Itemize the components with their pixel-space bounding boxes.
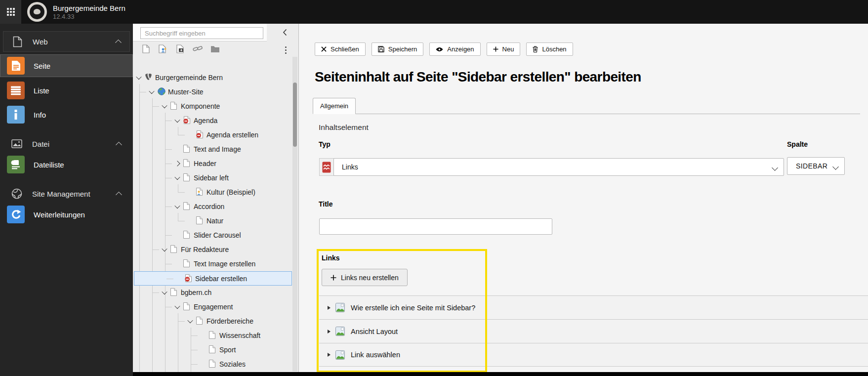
tree-chevron-right-icon[interactable] <box>174 161 180 166</box>
speichern-button[interactable]: Speichern <box>372 42 424 56</box>
tree-node-text-and-image[interactable]: Text and Image <box>133 142 292 157</box>
tree-node-muster-site[interactable]: Muster-Site <box>133 85 292 99</box>
docheader-buttons: SchließenSpeichernAnzeigenNeuLöschen <box>315 42 573 56</box>
section-heading: Inhaltselement <box>319 123 369 132</box>
tree-chevron-down-icon[interactable] <box>174 174 180 180</box>
document-outline-icon <box>11 36 24 47</box>
new-folder-icon[interactable] <box>209 43 221 54</box>
title-field-label: Title <box>319 200 333 208</box>
page-icon <box>196 317 203 326</box>
tree-node-agenda[interactable]: Agenda <box>133 114 292 128</box>
schlie-en-button[interactable]: Schließen <box>315 42 366 56</box>
tree-node-slider-carousel[interactable]: Slider Carousel <box>133 228 292 243</box>
sidebar-group-label: Web <box>33 38 48 46</box>
title-input[interactable] <box>319 218 552 235</box>
tree-node-label: Burgergemeinde Bern <box>155 71 223 84</box>
tree-node-label: Sport <box>219 343 236 357</box>
tree-node-kultur-beispiel[interactable]: Kultur (Beispiel) <box>133 185 292 200</box>
l-schen-button[interactable]: Löschen <box>526 42 573 56</box>
page-restricted-icon <box>196 130 203 140</box>
tree-chevron-down-icon[interactable] <box>174 303 180 309</box>
sidebar-item-weiterleitungen[interactable]: Weiterleitungen <box>0 204 133 225</box>
caret-right-icon[interactable] <box>328 306 331 310</box>
tree-node-label: Text Image erstellen <box>194 257 255 271</box>
tree-node-sidebar-left[interactable]: Sidebar left <box>133 171 292 185</box>
tree-node-soziales[interactable]: Soziales <box>133 357 292 372</box>
sidebar-item-liste[interactable]: Liste <box>0 80 133 101</box>
tree-guide-stub <box>165 149 172 150</box>
tab-allgemein[interactable]: Allgemein <box>313 98 356 114</box>
page-icon <box>183 145 190 154</box>
tree-node-f-r-redakteure[interactable]: Für Redakteure <box>133 243 292 257</box>
new-link-icon[interactable] <box>192 43 204 54</box>
sidebar-group-datei[interactable]: Datei <box>3 136 130 151</box>
page-title: Seiteninhalt auf Seite "Sidebar erstelle… <box>315 69 641 85</box>
sidebar-group-label: Datei <box>32 140 49 148</box>
tree-node-bgbern-ch[interactable]: bgbern.ch <box>133 286 292 300</box>
tree-chevron-down-icon[interactable] <box>162 103 167 108</box>
new-page-icon[interactable] <box>140 43 152 54</box>
caret-right-icon[interactable] <box>328 353 331 357</box>
typ-row: Links <box>319 158 784 176</box>
button-label: Neu <box>502 45 514 53</box>
page-tree: Burgergemeinde BernMuster-SiteKomponente… <box>133 57 299 376</box>
tree-node-sport[interactable]: Sport <box>133 343 292 357</box>
tree-scrollbar-thumb[interactable] <box>293 83 297 147</box>
new-mountpoint-page-icon[interactable] <box>174 43 186 54</box>
tree-guide-stub <box>178 221 185 221</box>
tree-search-input[interactable] <box>140 27 263 39</box>
burgergemeinde-seal-logo[interactable] <box>27 2 47 22</box>
neu-button[interactable]: Neu <box>487 42 521 56</box>
tree-node-label: Wissenschaft <box>219 329 260 342</box>
page-restricted-icon <box>183 116 190 125</box>
modules-menu-button[interactable] <box>0 0 21 24</box>
tree-node-sidebar-erstellen[interactable]: Sidebar erstellen <box>134 271 292 286</box>
tree-node-accordion[interactable]: Accordion <box>133 200 292 214</box>
sidebar-item-dateiliste[interactable]: Dateiliste <box>0 154 133 175</box>
image-content-icon <box>335 327 345 336</box>
tree-chevron-down-icon[interactable] <box>136 74 141 80</box>
tree-guide-stub <box>165 164 172 164</box>
link-item-ansicht-layout[interactable]: Ansicht Layout <box>319 319 868 343</box>
tree-chevron-down-icon[interactable] <box>187 318 193 323</box>
pagetree-panel: Burgergemeinde BernMuster-SiteKomponente… <box>133 24 299 376</box>
tree-node-header[interactable]: Header <box>133 157 292 171</box>
button-label: Anzeigen <box>447 45 474 53</box>
redirects-module-icon <box>7 206 25 223</box>
tree-node-natur[interactable]: Natur <box>133 214 292 228</box>
new-shortcut-page-icon[interactable] <box>157 43 169 54</box>
collapse-pagetree-button[interactable] <box>279 28 290 39</box>
tree-node-engagement[interactable]: Engagement <box>133 300 292 314</box>
page-icon <box>183 173 190 183</box>
tree-chevron-down-icon[interactable] <box>162 246 167 251</box>
page-user-icon <box>196 188 203 197</box>
sidebar-item-info[interactable]: Info <box>0 104 133 125</box>
page-module-icon <box>7 57 25 75</box>
tree-chevron-down-icon[interactable] <box>162 289 167 294</box>
tree-node-wissenschaft[interactable]: Wissenschaft <box>133 329 292 343</box>
kebab-menu-icon[interactable] <box>281 43 290 56</box>
tree-chevron-down-icon[interactable] <box>174 203 180 209</box>
create-links-button[interactable]: Links neu erstellen <box>322 269 408 286</box>
page-icon <box>209 345 215 355</box>
sidebar-group-site-management[interactable]: Site Management <box>3 186 130 201</box>
tree-node-agenda-erstellen[interactable]: Agenda erstellen <box>133 128 292 142</box>
sidebar-group-web[interactable]: Web <box>3 31 130 52</box>
tree-node-label: Soziales <box>219 357 246 371</box>
topbar: Burgergemeinde Bern 12.4.33 <box>0 0 868 24</box>
tree-chevron-down-icon[interactable] <box>149 88 154 94</box>
page-icon <box>183 202 190 211</box>
tree-guide-stub <box>178 135 185 135</box>
tree-node-komponente[interactable]: Komponente <box>133 99 292 114</box>
anzeigen-button[interactable]: Anzeigen <box>429 42 480 56</box>
sidebar-item-seite[interactable]: Seite <box>0 54 133 77</box>
spalte-select[interactable]: SIDEBAR <box>787 157 845 175</box>
tree-chevron-down-icon[interactable] <box>174 117 180 123</box>
tree-node-burgergemeinde-bern[interactable]: Burgergemeinde Bern <box>133 71 292 85</box>
link-item-link-ausw-hlen[interactable]: Link auswählen <box>319 343 868 367</box>
typ-select[interactable]: Links <box>333 158 784 176</box>
tree-node-text-image-erstellen[interactable]: Text Image erstellen <box>133 257 292 271</box>
caret-right-icon[interactable] <box>328 330 331 334</box>
link-item-wie-erstelle-ich-eine-seite-mit-sidebar[interactable]: Wie erstelle ich eine Seite mit Sidebar? <box>319 295 868 319</box>
tree-node-f-rderbereiche[interactable]: Förderbereiche <box>133 314 292 329</box>
